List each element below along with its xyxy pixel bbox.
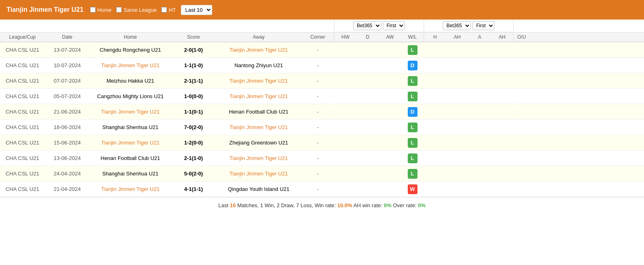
first-select-2[interactable]: First (473, 21, 495, 30)
cell-ah2 (491, 142, 513, 144)
wl-badge: L (408, 169, 418, 179)
cell-ah (446, 173, 468, 175)
cell-d (356, 49, 379, 51)
cell-away[interactable]: Tianjin Jinmen Tiger U21 (216, 46, 301, 54)
header-home: Home (90, 33, 171, 42)
last-select[interactable]: Last 10 Last 20 Last 30 (181, 5, 212, 15)
footer-over-rate: 0% (418, 202, 426, 208)
cell-ou (513, 158, 530, 159)
ht-label: HT (169, 7, 176, 13)
header-score: Score (171, 33, 216, 42)
header-bar: Tianjin Jinmen Tiger U21 Home Same Leagu… (0, 0, 644, 20)
cell-home: Shanghai Shenhua U21 (90, 170, 171, 177)
bet365-select-2[interactable]: Bet365 (443, 21, 471, 30)
cell-ou (513, 173, 530, 175)
cell-d (356, 188, 379, 190)
cell-home[interactable]: Tianjin Jinmen Tiger U21 (90, 61, 171, 69)
cell-ah (446, 127, 468, 128)
cell-ah2 (491, 188, 513, 190)
cell-league: CHA CSL U21 (0, 185, 45, 193)
cell-ah2 (491, 127, 513, 128)
same-league-label: Same League (123, 7, 156, 13)
same-league-checkbox[interactable] (116, 7, 122, 13)
cell-hw (334, 65, 356, 66)
cell-home: Chengdu Rongcheng U21 (90, 46, 171, 54)
cell-h (424, 49, 446, 51)
cell-ah2 (491, 158, 513, 159)
cell-h (424, 188, 446, 190)
col-score-spacer (171, 20, 216, 32)
cell-a (468, 80, 491, 82)
cell-wl: L (401, 168, 424, 180)
cell-a (468, 188, 491, 190)
cell-h (424, 96, 446, 97)
header-d: D (356, 33, 379, 42)
cell-date: 13-07-2024 (45, 46, 90, 54)
cell-score: 4-1(1-1) (171, 185, 216, 193)
cell-a (468, 96, 491, 97)
home-checkbox[interactable] (90, 7, 96, 13)
cell-d (356, 173, 379, 175)
cell-ah2 (491, 96, 513, 97)
cell-home[interactable]: Tianjin Jinmen Tiger U21 (90, 139, 171, 147)
cell-wl: L (401, 91, 424, 102)
header-wl: W/L (401, 33, 424, 42)
cell-home: Meizhou Hakka U21 (90, 77, 171, 85)
cell-aw (379, 127, 401, 128)
cell-wl: L (401, 137, 424, 149)
cell-score: 2-1(1-1) (171, 77, 216, 85)
footer-win-rate: 10.0% (337, 202, 352, 208)
cell-aw (379, 111, 401, 113)
cell-date: 15-06-2024 (45, 139, 90, 147)
cell-score: 2-0(1-0) (171, 46, 216, 54)
cell-away[interactable]: Tianjin Jinmen Tiger U21 (216, 77, 301, 85)
cell-ou (513, 80, 530, 82)
cell-ou (513, 127, 530, 128)
cell-away[interactable]: Tianjin Jinmen Tiger U21 (216, 170, 301, 177)
cell-wl: L (401, 122, 424, 133)
cell-away[interactable]: Tianjin Jinmen Tiger U21 (216, 123, 301, 131)
cell-ah2 (491, 49, 513, 51)
cell-away[interactable]: Tianjin Jinmen Tiger U21 (216, 92, 301, 100)
cell-away: Nantong Zhiyun U21 (216, 61, 301, 69)
cell-ah (446, 96, 468, 97)
cell-ou (513, 111, 530, 113)
cell-a (468, 49, 491, 51)
table-row: CHA CSL U21 13-07-2024 Chengdu Rongcheng… (0, 42, 644, 58)
table-row: CHA CSL U21 15-06-2024 Tianjin Jinmen Ti… (0, 135, 644, 151)
cell-away[interactable]: Tianjin Jinmen Tiger U21 (216, 154, 301, 162)
ht-checkbox-label[interactable]: HT (161, 7, 176, 13)
cell-aw (379, 158, 401, 159)
first-select-1[interactable]: First (383, 21, 405, 30)
wl-badge: D (408, 107, 418, 117)
wl-badge: L (408, 45, 418, 55)
ht-checkbox[interactable] (161, 7, 167, 13)
header-date: Date (45, 33, 90, 42)
cell-date: 21-04-2024 (45, 185, 90, 193)
header-ah2: AH (491, 33, 513, 42)
cell-score: 5-0(2-0) (171, 170, 216, 177)
table-row: CHA CSL U21 10-07-2024 Tianjin Jinmen Ti… (0, 58, 644, 73)
footer-ah-label: AH win rate: (354, 202, 382, 208)
home-label: Home (97, 7, 112, 13)
bet365-select-1[interactable]: Bet365 (353, 21, 381, 30)
cell-corner: - (301, 77, 334, 85)
subheader-row: Bet365 First Bet365 First (0, 20, 644, 33)
cell-home[interactable]: Tianjin Jinmen Tiger U21 (90, 108, 171, 116)
cell-a (468, 65, 491, 66)
cell-away: Zhejiang Greentown U21 (216, 139, 301, 147)
cell-corner: - (301, 123, 334, 131)
cell-away: Henan Football Club U21 (216, 108, 301, 116)
cell-ah (446, 49, 468, 51)
main-container: Tianjin Jinmen Tiger U21 Home Same Leagu… (0, 0, 644, 213)
cell-d (356, 127, 379, 128)
column-headers: League/Cup Date Home Score Away Corner H… (0, 33, 644, 42)
cell-a (468, 111, 491, 113)
cell-h (424, 80, 446, 82)
cell-h (424, 111, 446, 113)
home-checkbox-label[interactable]: Home (90, 7, 112, 13)
cell-hw (334, 127, 356, 128)
cell-home[interactable]: Tianjin Jinmen Tiger U21 (90, 185, 171, 193)
same-league-checkbox-label[interactable]: Same League (116, 7, 156, 13)
cell-home: Shanghai Shenhua U21 (90, 123, 171, 131)
